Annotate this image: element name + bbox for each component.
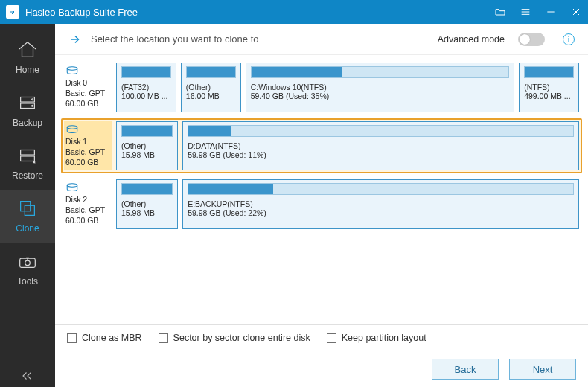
checkbox-label: Sector by sector clone entire disk bbox=[173, 333, 310, 343]
footer: Back Next bbox=[55, 351, 588, 387]
partition[interactable]: (Other)15.98 MB bbox=[116, 179, 178, 229]
partition-container: (Other)15.98 MBD:DATA(NTFS)59.98 GB (Use… bbox=[116, 121, 579, 171]
partition-label: (Other) bbox=[186, 83, 236, 92]
partition-size: 100.00 MB ... bbox=[121, 92, 171, 100]
svg-point-9 bbox=[25, 260, 31, 266]
partition-size: 59.98 GB (Used: 11%) bbox=[188, 150, 574, 159]
partition[interactable]: (NTFS)499.00 MB ... bbox=[519, 63, 579, 112]
svg-rect-7 bbox=[25, 205, 34, 215]
disk-name: Disk 1 bbox=[65, 136, 110, 147]
partition-container: (FAT32)100.00 MB ...(Other)16.00 MBC:Win… bbox=[116, 63, 579, 112]
partition-usage-bar bbox=[524, 66, 574, 78]
partition-usage-bar bbox=[251, 66, 510, 78]
disk-size: 60.00 GB bbox=[65, 157, 110, 167]
partition[interactable]: (FAT32)100.00 MB ... bbox=[116, 63, 176, 112]
partition-label: (FAT32) bbox=[121, 83, 171, 92]
nav-label: Backup bbox=[13, 118, 42, 128]
partition-size: 59.40 GB (Used: 35%) bbox=[251, 92, 510, 100]
partition-usage-bar bbox=[188, 125, 574, 137]
location-icon bbox=[68, 33, 82, 46]
partition-size: 15.98 MB bbox=[121, 208, 173, 217]
nav-label: Restore bbox=[12, 170, 43, 181]
partition[interactable]: (Other)16.00 MB bbox=[181, 63, 241, 112]
svg-point-11 bbox=[67, 125, 77, 129]
partition[interactable]: E:BACKUP(NTFS)59.98 GB (Used: 22%) bbox=[182, 179, 579, 229]
nav-home[interactable]: Home bbox=[0, 31, 55, 84]
disk-type: Basic, GPT bbox=[65, 205, 110, 215]
clone-icon bbox=[16, 197, 39, 220]
partition-usage-bar bbox=[121, 66, 171, 78]
disk-type: Basic, GPT bbox=[65, 88, 110, 98]
partition[interactable]: C:Windows 10(NTFS)59.40 GB (Used: 35%) bbox=[246, 63, 515, 112]
partition[interactable]: (Other)15.98 MB bbox=[116, 121, 178, 171]
partition-container: (Other)15.98 MBE:BACKUP(NTFS)59.98 GB (U… bbox=[116, 179, 579, 229]
partition-label: D:DATA(NTFS) bbox=[188, 141, 574, 150]
svg-point-10 bbox=[67, 67, 77, 71]
disk-row[interactable]: Disk 1Basic, GPT60.00 GB(Other)15.98 MBD… bbox=[61, 118, 582, 174]
advanced-mode-label: Advanced mode bbox=[438, 34, 505, 45]
app-logo-icon bbox=[6, 5, 19, 19]
nav-backup[interactable]: Backup bbox=[0, 84, 55, 137]
svg-rect-4 bbox=[21, 150, 35, 156]
tools-icon bbox=[16, 250, 39, 272]
checkbox-label: Clone as MBR bbox=[82, 333, 142, 343]
disk-row[interactable]: Disk 0Basic, GPT60.00 GB(FAT32)100.00 MB… bbox=[61, 60, 582, 115]
disk-icon bbox=[65, 124, 79, 135]
option-checkbox[interactable]: Keep partition layout bbox=[327, 333, 426, 343]
partition-size: 16.00 MB bbox=[186, 92, 236, 100]
svg-rect-6 bbox=[21, 202, 31, 211]
nav-label: Home bbox=[16, 65, 39, 75]
nav-restore[interactable]: Restore bbox=[0, 137, 55, 190]
disk-icon bbox=[65, 65, 79, 76]
back-button[interactable]: Back bbox=[432, 359, 499, 380]
partition-label: (Other) bbox=[121, 141, 173, 150]
option-checkbox[interactable]: Clone as MBR bbox=[67, 333, 142, 343]
partition-label: C:Windows 10(NTFS) bbox=[251, 83, 510, 92]
checkbox-box bbox=[159, 333, 168, 343]
partition[interactable]: D:DATA(NTFS)59.98 GB (Used: 11%) bbox=[182, 121, 579, 171]
option-checkbox[interactable]: Sector by sector clone entire disk bbox=[159, 333, 310, 343]
disk-size: 60.00 GB bbox=[65, 98, 110, 109]
nav-tools[interactable]: Tools bbox=[0, 243, 55, 295]
minimize-button[interactable] bbox=[545, 6, 557, 18]
partition-usage-bar bbox=[188, 183, 574, 195]
advanced-mode-toggle[interactable] bbox=[518, 33, 545, 46]
open-folder-icon[interactable] bbox=[494, 6, 506, 18]
close-button[interactable] bbox=[570, 6, 582, 18]
nav-clone[interactable]: Clone bbox=[0, 190, 55, 243]
disk-icon bbox=[65, 182, 79, 193]
partition-size: 499.00 MB ... bbox=[524, 92, 574, 100]
restore-icon bbox=[16, 144, 39, 167]
partition-label: E:BACKUP(NTFS) bbox=[188, 199, 574, 208]
home-icon bbox=[16, 39, 39, 61]
sidebar-collapse-button[interactable] bbox=[0, 371, 55, 381]
checkbox-label: Keep partition layout bbox=[342, 333, 426, 343]
instruction-text: Select the location you want to clone to bbox=[91, 33, 429, 45]
partition-label: (Other) bbox=[121, 199, 173, 208]
partition-size: 59.98 GB (Used: 22%) bbox=[188, 208, 574, 217]
partition-usage-bar bbox=[121, 183, 173, 195]
disk-row[interactable]: Disk 2Basic, GPT60.00 GB(Other)15.98 MBE… bbox=[61, 176, 582, 232]
disk-info: Disk 0Basic, GPT60.00 GB bbox=[64, 63, 112, 112]
next-button[interactable]: Next bbox=[509, 359, 576, 380]
menu-icon[interactable] bbox=[520, 6, 531, 18]
disk-info: Disk 2Basic, GPT60.00 GB bbox=[64, 179, 112, 229]
disk-size: 60.00 GB bbox=[65, 215, 110, 226]
disk-name: Disk 0 bbox=[65, 77, 110, 88]
svg-rect-0 bbox=[21, 97, 35, 103]
sidebar: Home Backup Restore Clone Tools bbox=[0, 24, 55, 387]
partition-size: 15.98 MB bbox=[121, 150, 173, 159]
nav-label: Tools bbox=[17, 276, 38, 287]
main-panel: Select the location you want to clone to… bbox=[55, 24, 588, 387]
svg-rect-5 bbox=[21, 156, 35, 161]
backup-icon bbox=[16, 92, 39, 114]
partition-usage-bar bbox=[121, 125, 173, 137]
app-title: Hasleo Backup Suite Free bbox=[25, 7, 494, 18]
info-icon[interactable]: i bbox=[563, 33, 575, 45]
checkbox-box bbox=[67, 333, 77, 343]
disk-type: Basic, GPT bbox=[65, 147, 110, 157]
disk-name: Disk 2 bbox=[65, 194, 110, 205]
partition-usage-bar bbox=[186, 66, 236, 78]
disk-info: Disk 1Basic, GPT60.00 GB bbox=[64, 121, 112, 171]
options-row: Clone as MBRSector by sector clone entir… bbox=[55, 324, 588, 351]
